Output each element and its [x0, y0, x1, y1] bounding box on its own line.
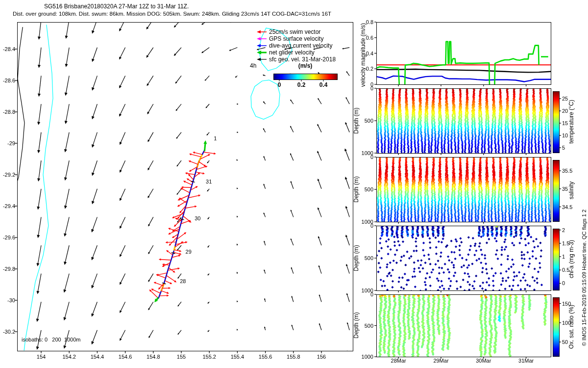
legend-item-dive-avg-current: dive-avg current velocity: [257, 42, 332, 49]
map-y-tick-label: -28.6: [3, 78, 15, 83]
salinity-colorbar-label: salinity: [568, 182, 575, 200]
velocity-y-tick-label: 0.8: [366, 19, 373, 25]
depth-axis-label-salinity: Depth (m): [353, 176, 360, 202]
velocity-y-tick-label: 0.2: [366, 66, 373, 72]
colorbar-tick-label: 0: [562, 280, 565, 286]
seaglider-figure: SG516 Brisbane20180320A 27-Mar 12Z to 31…: [0, 0, 588, 368]
colorbar-tick-label: 34.5: [562, 204, 572, 210]
map-colorbar-tick: 0: [278, 81, 281, 88]
colorbar-tick-label: 15: [562, 120, 568, 126]
isobaths-label: isobaths: 0 200 1000m: [22, 337, 80, 342]
map-x-tick-label: 155.6: [259, 354, 272, 360]
map-x-tick-label: 154.2: [62, 354, 76, 360]
figure-title-line1: SG516 Brisbane20180320A 27-Mar 12Z to 31…: [44, 3, 189, 10]
depth-axis-label-chl: Depth (m): [353, 245, 360, 271]
depth-y-tick-label: 500: [365, 255, 373, 261]
panel-date-tick-label: 29Mar: [433, 358, 448, 364]
depth-y-tick-label: 500: [365, 118, 373, 124]
dive-avg-current-arrow-icon: [257, 43, 267, 48]
legend-time-label: 4h: [250, 62, 256, 69]
colorbar-tick-label: 20: [562, 108, 568, 114]
map-x-tick-label: 156: [317, 354, 326, 360]
legend-item-net-glider: net glider velocity: [257, 49, 315, 56]
panel-date-tick-label: 28Mar: [391, 358, 406, 364]
map-y-tick-label: -30.2: [3, 329, 15, 335]
map-x-tick-label: 154.4: [91, 354, 104, 360]
map-x-tick-label: 155.4: [231, 354, 245, 360]
imos-attribution-text: © IMOS 15-Feb-2019 05:15:09 Hobart time.…: [581, 210, 587, 346]
temperature-colorbar-label: temperature (°C): [568, 100, 575, 144]
gps-velocity-arrow-icon: [257, 36, 267, 41]
colorbar-tick-label: 10: [562, 132, 568, 138]
net-glider-arrow-icon: [257, 50, 267, 55]
track-day-label: 30: [195, 215, 200, 221]
depth-axis-label-oxsat: Depth (m): [353, 312, 360, 338]
figure-title-line2: Dist. over ground: 108km. Dist. swum: 86…: [13, 11, 331, 17]
track-day-label: 1: [214, 135, 217, 141]
map-y-tick-label: -30: [7, 297, 15, 303]
map-y-tick-label: -29.6: [3, 235, 15, 240]
legend-item-label: net glider velocity: [269, 49, 315, 56]
track-day-label: 29: [186, 249, 192, 255]
map-y-tick-label: -29.4: [3, 203, 15, 209]
colorbar-tick-label: 150: [562, 301, 571, 307]
legend-item-label: 25cm/s swim vector: [269, 28, 320, 35]
legend-item-sfc-geo: sfc geo. vel. 31-Mar-2018: [257, 56, 336, 63]
map-colorbar-title: (m/s): [298, 62, 313, 69]
colorbar-tick-label: 0.5: [562, 267, 569, 273]
colorbar-tick-label: 35: [562, 186, 568, 192]
depth-y-tick-label: 0: [370, 291, 373, 297]
colorbar-tick-label: 100: [562, 320, 571, 326]
map-x-tick-label: 155.8: [287, 354, 300, 360]
map-x-tick-label: 155.2: [202, 354, 216, 360]
depth-y-tick-label: 0: [370, 223, 373, 229]
depth-y-tick-label: 1000: [362, 354, 373, 360]
map-x-tick-label: 154.6: [119, 354, 132, 360]
panel-date-tick-label: 31Mar: [518, 358, 534, 364]
map-y-tick-label: -29: [7, 140, 15, 146]
velocity-y-tick-label: 0.6: [366, 35, 373, 41]
legend-item-gps-velocity: GPS surface velocity: [257, 35, 323, 42]
oxsat-colorbar-label: Ox. sat. ratio (%): [568, 305, 575, 349]
colorbar-tick-label: 50: [562, 339, 568, 345]
colorbar-tick-label: 25: [562, 96, 568, 102]
depth-y-tick-label: 500: [365, 186, 373, 192]
legend-item-label: dive-avg current velocity: [269, 42, 332, 49]
depth-y-tick-label: 0: [370, 154, 373, 160]
map-x-tick-label: 154.8: [147, 354, 160, 360]
velocity-y-tick-label: 0.4: [366, 51, 373, 56]
colorbar-tick-label: 2: [562, 227, 565, 233]
legend-item-label: GPS surface velocity: [269, 35, 323, 42]
sfc-geo-arrow-icon: [257, 57, 267, 62]
map-colorbar-tick: 0.2: [297, 81, 306, 88]
colorbar-tick-label: 1: [562, 254, 565, 260]
track-day-label: 31: [206, 179, 212, 184]
depth-y-tick-label: 0: [370, 85, 373, 91]
map-y-tick-label: -28.8: [3, 109, 15, 115]
panel-date-tick-label: 30Mar: [476, 358, 491, 364]
map-y-tick-label: -28.4: [3, 46, 15, 52]
colorbar-tick-label: 5: [562, 145, 565, 151]
track-day-label: 28: [180, 278, 186, 284]
legend-item-swim-vector: 25cm/s swim vector: [257, 28, 320, 35]
map-y-tick-label: -29.8: [3, 266, 15, 272]
swim-vector-arrow-icon: [257, 29, 267, 34]
map-colorbar-tick: 0.4: [319, 81, 328, 88]
colorbar-tick-label: 35.5: [562, 168, 572, 174]
map-y-tick-label: -29.2: [3, 172, 15, 178]
map-x-tick-label: 154: [37, 354, 46, 360]
depth-axis-label-temperature: Depth (m): [353, 107, 360, 133]
depth-y-tick-label: 500: [365, 323, 373, 329]
legend-item-label: sfc geo. vel. 31-Mar-2018: [269, 56, 336, 63]
colorbar-tick-label: 1.5: [562, 240, 569, 246]
map-x-tick-label: 155: [177, 354, 186, 360]
